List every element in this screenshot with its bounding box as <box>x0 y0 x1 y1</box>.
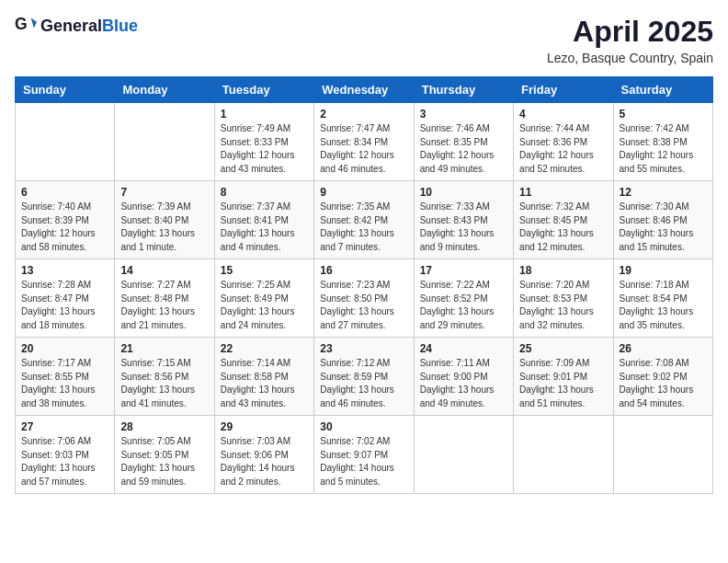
day-number: 16 <box>320 264 407 277</box>
calendar-cell <box>115 103 214 181</box>
day-number: 19 <box>620 264 707 277</box>
svg-marker-1 <box>31 17 37 28</box>
day-number: 5 <box>620 108 707 121</box>
day-number: 27 <box>21 420 108 433</box>
day-info: Sunrise: 7:05 AM Sunset: 9:05 PM Dayligh… <box>120 435 208 488</box>
day-info: Sunrise: 7:30 AM Sunset: 8:46 PM Dayligh… <box>620 201 707 254</box>
logo-blue: Blue <box>102 17 138 35</box>
calendar-cell: 8Sunrise: 7:37 AM Sunset: 8:41 PM Daylig… <box>214 181 313 259</box>
calendar-cell: 15Sunrise: 7:25 AM Sunset: 8:49 PM Dayli… <box>214 259 313 338</box>
day-info: Sunrise: 7:37 AM Sunset: 8:41 PM Dayligh… <box>221 201 308 254</box>
calendar-cell: 23Sunrise: 7:12 AM Sunset: 8:59 PM Dayli… <box>314 338 414 416</box>
day-number: 29 <box>221 420 308 433</box>
logo-icon: G <box>15 15 37 37</box>
page-header: G GeneralBlue April 2025 Lezo, Basque Co… <box>15 15 713 65</box>
day-info: Sunrise: 7:42 AM Sunset: 8:38 PM Dayligh… <box>620 122 707 176</box>
calendar-week-row: 20Sunrise: 7:17 AM Sunset: 8:55 PM Dayli… <box>16 338 713 416</box>
day-number: 14 <box>120 264 208 277</box>
calendar-cell: 24Sunrise: 7:11 AM Sunset: 9:00 PM Dayli… <box>414 338 513 416</box>
day-info: Sunrise: 7:14 AM Sunset: 8:58 PM Dayligh… <box>221 357 308 410</box>
logo-general: General <box>40 17 102 35</box>
calendar-cell <box>613 416 712 494</box>
day-number: 22 <box>221 342 308 355</box>
day-info: Sunrise: 7:25 AM Sunset: 8:49 PM Dayligh… <box>221 279 308 332</box>
weekday-header: Thursday <box>414 77 513 103</box>
svg-text:G: G <box>15 15 28 33</box>
calendar-cell: 6Sunrise: 7:40 AM Sunset: 8:39 PM Daylig… <box>16 181 115 259</box>
calendar-cell: 7Sunrise: 7:39 AM Sunset: 8:40 PM Daylig… <box>115 181 214 259</box>
day-number: 15 <box>221 264 308 277</box>
day-number: 24 <box>420 342 507 355</box>
day-info: Sunrise: 7:49 AM Sunset: 8:33 PM Dayligh… <box>221 122 308 176</box>
day-info: Sunrise: 7:11 AM Sunset: 9:00 PM Dayligh… <box>420 357 507 410</box>
day-number: 2 <box>320 108 407 121</box>
calendar-cell: 11Sunrise: 7:32 AM Sunset: 8:45 PM Dayli… <box>514 181 613 259</box>
calendar-header-row: SundayMondayTuesdayWednesdayThursdayFrid… <box>16 77 713 103</box>
day-number: 26 <box>620 342 707 355</box>
calendar-cell: 2Sunrise: 7:47 AM Sunset: 8:34 PM Daylig… <box>314 103 414 181</box>
calendar-cell: 14Sunrise: 7:27 AM Sunset: 8:48 PM Dayli… <box>115 259 214 338</box>
calendar-cell: 16Sunrise: 7:23 AM Sunset: 8:50 PM Dayli… <box>314 259 414 338</box>
calendar-cell <box>514 416 613 494</box>
calendar-cell: 29Sunrise: 7:03 AM Sunset: 9:06 PM Dayli… <box>214 416 313 494</box>
calendar-cell: 12Sunrise: 7:30 AM Sunset: 8:46 PM Dayli… <box>613 181 712 259</box>
day-number: 13 <box>21 264 108 277</box>
day-number: 28 <box>120 420 208 433</box>
weekday-header: Tuesday <box>214 77 313 103</box>
day-info: Sunrise: 7:46 AM Sunset: 8:35 PM Dayligh… <box>420 122 507 176</box>
calendar-week-row: 6Sunrise: 7:40 AM Sunset: 8:39 PM Daylig… <box>16 181 713 259</box>
logo: G GeneralBlue <box>15 15 138 37</box>
day-info: Sunrise: 7:35 AM Sunset: 8:42 PM Dayligh… <box>320 201 407 254</box>
weekday-header: Sunday <box>16 77 115 103</box>
day-info: Sunrise: 7:06 AM Sunset: 9:03 PM Dayligh… <box>21 435 108 488</box>
day-info: Sunrise: 7:03 AM Sunset: 9:06 PM Dayligh… <box>221 435 308 488</box>
day-number: 3 <box>420 108 507 121</box>
calendar-cell: 27Sunrise: 7:06 AM Sunset: 9:03 PM Dayli… <box>16 416 115 494</box>
calendar-cell: 19Sunrise: 7:18 AM Sunset: 8:54 PM Dayli… <box>613 259 712 338</box>
calendar-cell: 20Sunrise: 7:17 AM Sunset: 8:55 PM Dayli… <box>16 338 115 416</box>
day-info: Sunrise: 7:17 AM Sunset: 8:55 PM Dayligh… <box>21 357 108 410</box>
calendar-cell <box>414 416 513 494</box>
calendar-week-row: 27Sunrise: 7:06 AM Sunset: 9:03 PM Dayli… <box>16 416 713 494</box>
calendar-cell: 13Sunrise: 7:28 AM Sunset: 8:47 PM Dayli… <box>16 259 115 338</box>
calendar-cell: 28Sunrise: 7:05 AM Sunset: 9:05 PM Dayli… <box>115 416 214 494</box>
day-number: 7 <box>120 186 208 199</box>
day-number: 21 <box>120 342 208 355</box>
day-number: 1 <box>221 108 308 121</box>
day-number: 4 <box>519 108 607 121</box>
day-info: Sunrise: 7:15 AM Sunset: 8:56 PM Dayligh… <box>120 357 208 410</box>
calendar-cell: 3Sunrise: 7:46 AM Sunset: 8:35 PM Daylig… <box>414 103 513 181</box>
calendar-week-row: 1Sunrise: 7:49 AM Sunset: 8:33 PM Daylig… <box>16 103 713 181</box>
day-number: 17 <box>420 264 507 277</box>
weekday-header: Monday <box>115 77 214 103</box>
day-number: 25 <box>519 342 607 355</box>
day-info: Sunrise: 7:47 AM Sunset: 8:34 PM Dayligh… <box>320 122 407 176</box>
day-info: Sunrise: 7:44 AM Sunset: 8:36 PM Dayligh… <box>519 122 607 176</box>
weekday-header: Saturday <box>613 77 712 103</box>
day-number: 12 <box>620 186 707 199</box>
day-number: 23 <box>320 342 407 355</box>
calendar-cell <box>16 103 115 181</box>
day-info: Sunrise: 7:20 AM Sunset: 8:53 PM Dayligh… <box>519 279 607 332</box>
location: Lezo, Basque Country, Spain <box>547 51 713 65</box>
calendar-cell: 1Sunrise: 7:49 AM Sunset: 8:33 PM Daylig… <box>214 103 313 181</box>
day-info: Sunrise: 7:09 AM Sunset: 9:01 PM Dayligh… <box>519 357 607 410</box>
day-info: Sunrise: 7:27 AM Sunset: 8:48 PM Dayligh… <box>120 279 208 332</box>
day-number: 30 <box>320 420 407 433</box>
logo-text: GeneralBlue <box>40 17 138 36</box>
calendar-cell: 21Sunrise: 7:15 AM Sunset: 8:56 PM Dayli… <box>115 338 214 416</box>
calendar-cell: 4Sunrise: 7:44 AM Sunset: 8:36 PM Daylig… <box>514 103 613 181</box>
day-info: Sunrise: 7:33 AM Sunset: 8:43 PM Dayligh… <box>420 201 507 254</box>
day-info: Sunrise: 7:12 AM Sunset: 8:59 PM Dayligh… <box>320 357 407 410</box>
calendar-cell: 26Sunrise: 7:08 AM Sunset: 9:02 PM Dayli… <box>613 338 712 416</box>
calendar-table: SundayMondayTuesdayWednesdayThursdayFrid… <box>15 76 713 494</box>
title-block: April 2025 Lezo, Basque Country, Spain <box>547 15 713 65</box>
day-info: Sunrise: 7:28 AM Sunset: 8:47 PM Dayligh… <box>21 279 108 332</box>
calendar-cell: 30Sunrise: 7:02 AM Sunset: 9:07 PM Dayli… <box>314 416 414 494</box>
day-info: Sunrise: 7:22 AM Sunset: 8:52 PM Dayligh… <box>420 279 507 332</box>
weekday-header: Friday <box>514 77 613 103</box>
calendar-week-row: 13Sunrise: 7:28 AM Sunset: 8:47 PM Dayli… <box>16 259 713 338</box>
calendar-cell: 5Sunrise: 7:42 AM Sunset: 8:38 PM Daylig… <box>613 103 712 181</box>
day-info: Sunrise: 7:32 AM Sunset: 8:45 PM Dayligh… <box>519 201 607 254</box>
day-number: 6 <box>21 186 108 199</box>
